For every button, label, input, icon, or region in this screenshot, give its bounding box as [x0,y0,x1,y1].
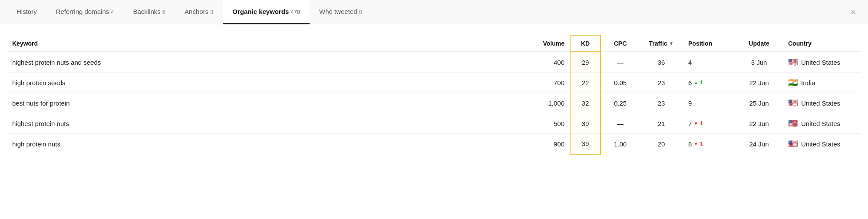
cpc-cell: — [601,52,640,73]
position-value: 9 [688,100,692,107]
traffic-cell: 23 [640,73,683,93]
position-arrow-icon: ▼ [693,141,698,146]
tab-label-anchors: Anchors [185,8,208,15]
country-name: United States [801,120,840,127]
position-change: 1 [700,80,703,86]
col-header-volume: Volume [527,35,570,52]
tab-badge-organic-keywords: 470 [290,9,300,15]
update-cell: 3 Jun [735,52,783,73]
tab-backlinks[interactable]: Backlinks6 [123,0,175,24]
tab-label-history: History [17,8,37,15]
position-cell: 8 ▼1 [683,134,735,154]
keyword-cell: highest protein nuts and seeds [7,52,527,73]
position-value: 6 [688,79,692,86]
col-header-kd: KD [570,35,601,52]
volume-cell: 1,000 [527,93,570,113]
col-header-position: Position [683,35,735,52]
table-container: KeywordVolumeKDCPCTraffic ▼PositionUpdat… [0,24,868,162]
position-value: 4 [688,59,692,66]
country-name: United States [801,140,840,148]
tab-history[interactable]: History [7,0,46,24]
tab-badge-anchors: 3 [210,9,213,15]
col-header-traffic[interactable]: Traffic ▼ [640,35,683,52]
country-name: United States [801,100,840,107]
volume-cell: 700 [527,73,570,93]
tab-label-referring-domains: Referring domains [56,8,109,15]
country-cell: 🇮🇳 India [783,73,861,93]
col-header-keyword: Keyword [7,35,527,52]
country-flag-icon: 🇺🇸 [788,99,798,107]
position-change: 1 [700,141,703,147]
volume-cell: 500 [527,113,570,134]
update-cell: 22 Jun [735,113,783,134]
tab-who-tweeted[interactable]: Who tweeted0 [310,0,372,24]
table-row: highest protein nuts and seeds40029—3643… [7,52,861,73]
kd-cell: 22 [570,73,601,93]
country-name: India [801,79,815,86]
position-change: 1 [700,120,703,126]
traffic-cell: 23 [640,93,683,113]
kd-cell: 39 [570,113,601,134]
keyword-cell: highest protein nuts [7,113,527,134]
update-cell: 25 Jun [735,93,783,113]
country-cell: 🇺🇸 United States [783,113,861,134]
volume-cell: 900 [527,134,570,154]
cpc-cell: 0.25 [601,93,640,113]
tab-label-who-tweeted: Who tweeted [319,8,357,15]
traffic-cell: 36 [640,52,683,73]
update-cell: 24 Jun [735,134,783,154]
position-value: 7 [688,120,692,127]
volume-cell: 400 [527,52,570,73]
position-cell: 7 ▼1 [683,113,735,134]
cpc-cell: — [601,113,640,134]
traffic-cell: 20 [640,134,683,154]
keyword-cell: high protein nuts [7,134,527,154]
country-flag-icon: 🇺🇸 [788,119,798,127]
cpc-cell: 1.00 [601,134,640,154]
table-row: best nuts for protein1,000320.2523925 Ju… [7,93,861,113]
kd-cell: 29 [570,52,601,73]
keywords-table: KeywordVolumeKDCPCTraffic ▼PositionUpdat… [7,35,861,155]
country-cell: 🇺🇸 United States [783,93,861,113]
position-arrow-icon: ▲ [693,80,698,85]
country-flag-icon: 🇺🇸 [788,58,798,66]
sort-icon: ▼ [669,41,674,46]
tab-organic-keywords[interactable]: Organic keywords470 [223,0,310,24]
kd-cell: 39 [570,134,601,154]
position-cell: 4 [683,52,735,73]
col-header-country: Country [783,35,861,52]
close-button[interactable]: × [845,4,861,20]
tab-referring-domains[interactable]: Referring domains4 [46,0,124,24]
cpc-cell: 0.05 [601,73,640,93]
col-header-update: Update [735,35,783,52]
tab-bar: HistoryReferring domains4Backlinks6Ancho… [0,0,868,24]
update-cell: 22 Jun [735,73,783,93]
keyword-cell: high protein seeds [7,73,527,93]
traffic-cell: 21 [640,113,683,134]
tab-label-organic-keywords: Organic keywords [232,8,289,15]
position-value: 8 [688,140,692,148]
tab-label-backlinks: Backlinks [133,8,160,15]
country-name: United States [801,59,840,66]
table-row: high protein seeds700220.0523 6 ▲1 22 Ju… [7,73,861,93]
table-row: highest protein nuts50039—21 7 ▼1 22 Jun… [7,113,861,134]
tab-badge-backlinks: 6 [162,9,165,15]
position-cell: 6 ▲1 [683,73,735,93]
tab-badge-who-tweeted: 0 [359,9,362,15]
table-row: high protein nuts900391.0020 8 ▼1 24 Jun… [7,134,861,154]
country-cell: 🇺🇸 United States [783,52,861,73]
country-flag-icon: 🇺🇸 [788,140,798,148]
country-flag-icon: 🇮🇳 [788,79,798,86]
tab-badge-referring-domains: 4 [111,9,114,15]
keyword-cell: best nuts for protein [7,93,527,113]
col-header-cpc: CPC [601,35,640,52]
tab-anchors[interactable]: Anchors3 [175,0,223,24]
position-cell: 9 [683,93,735,113]
position-arrow-icon: ▼ [693,121,698,126]
country-cell: 🇺🇸 United States [783,134,861,154]
kd-cell: 32 [570,93,601,113]
